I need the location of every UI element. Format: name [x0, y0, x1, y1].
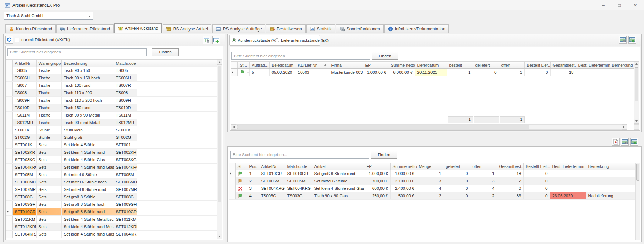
column-header-menge[interactable]: Menge [417, 163, 444, 170]
scroll-down-button[interactable] [634, 119, 639, 124]
radio-kundenrueckstaende[interactable]: Kundenrückstände (VK) [232, 38, 279, 42]
orders-table-hscrollbar[interactable] [231, 124, 627, 130]
table-row[interactable]: SET003KGSetsSet klein 4 Stühle GlasSET00… [6, 156, 218, 164]
column-header-bestellt-lief-[interactable]: Bestellt Lief... [524, 62, 550, 69]
grid-export-button[interactable] [212, 36, 220, 44]
grid-export-button[interactable] [628, 36, 636, 44]
scroll-right-button[interactable] [622, 124, 627, 130]
column-header-bestellt-lief-[interactable]: Bestellt Lief... [523, 163, 550, 170]
table-row[interactable]: TS005TischeTisch 90 x 150TS005 [6, 67, 218, 74]
column-header-gesamtbest-[interactable]: Gesamtbest... [550, 62, 576, 69]
table-row[interactable]: TS008TischeTisch 110 x 200TS008 [6, 89, 218, 97]
table-row[interactable]: SET005MSetsSet mittel 6 StühleSET005M [6, 171, 218, 178]
column-header-bemerkung[interactable]: Bemerkung [586, 163, 636, 170]
column-header-artikelnr[interactable]: ArtikelNr [12, 60, 36, 67]
scrollbar-thumb[interactable] [237, 125, 529, 129]
tab-bestellwesen[interactable]: Bestellwesen [266, 24, 306, 33]
tab-info-lizenz-dokumentation[interactable]: ?Info/Lizenz/Dokumentation [384, 24, 449, 33]
column-header-offen[interactable]: offen [499, 62, 524, 69]
orders-search-input[interactable] [231, 52, 370, 60]
table-row[interactable]: 505.03.202010003Musterkunde 0031.000,00 … [231, 69, 635, 76]
grid-export-button[interactable] [630, 138, 638, 146]
filter-checkbox[interactable] [15, 38, 19, 42]
column-header-bemerkung[interactable]: Bemerkung [610, 62, 635, 69]
scroll-up-button[interactable] [634, 61, 639, 66]
grid-settings-button[interactable] [619, 36, 627, 44]
table-row[interactable]: SET009GHSetsSet groß 8 Stühle hochSET009… [6, 201, 218, 208]
table-row[interactable]: SET002KRSetsSet klein 4 Stühle rundSET00… [6, 149, 218, 156]
refresh-button[interactable] [5, 36, 13, 44]
tab-kunden-r-ckstand[interactable]: Kunden-Rückstand [5, 24, 56, 33]
column-header-bestellt[interactable]: bestellt [447, 62, 473, 69]
column-header-matchcode[interactable]: Matchcode [114, 60, 137, 67]
column-header-offen[interactable]: offen [470, 163, 497, 170]
table-row[interactable]: ST001KStühleStuhl kleinST001K [6, 126, 218, 134]
table-row[interactable]: SET006MHSetsSet mittel 6 Stühle hochSET0… [6, 178, 218, 186]
positions-search-input[interactable] [230, 151, 369, 159]
articles-find-button[interactable]: Finden [152, 48, 179, 56]
table-row[interactable]: 3SET004KRGSET004KRGSet klein 4 Stühle ru… [229, 185, 636, 192]
positions-table-vscrollbar[interactable] [635, 163, 640, 240]
column-header-geliefert[interactable]: geliefert [444, 163, 470, 170]
table-row[interactable]: 2SET005MSET005MSet mittel 6 Stühle700,00… [229, 177, 636, 185]
scrollbar-thumb[interactable] [218, 66, 221, 202]
table-row[interactable]: SET007MRSetsSet mittel 6 Stühle rundSET0… [6, 186, 218, 193]
tab-statistik[interactable]: Statistik [306, 24, 335, 33]
scrollbar-thumb[interactable] [635, 67, 638, 101]
column-header-best-liefertermin[interactable]: Best. Liefertermin [550, 163, 586, 170]
column-header-matchcode[interactable]: Matchcode [285, 163, 312, 170]
table-row[interactable]: SET004KRGSetsSet klein 4 Stühle rund Gla… [6, 164, 218, 171]
column-header-artikelnr[interactable]: ArtikelNr [259, 163, 285, 170]
column-header-belegdatum[interactable]: Belegdatum [269, 62, 296, 69]
column-header-summe-netto[interactable]: Summe netto [389, 62, 415, 69]
column-header-auftrag-[interactable]: Auftrag... [249, 62, 269, 69]
articles-table-vscrollbar[interactable] [217, 59, 222, 239]
positions-find-button[interactable]: Finden [371, 151, 397, 159]
column-header-lieferdatum[interactable]: Lieferdatum [415, 62, 447, 69]
tab-rs-analyse-auftr-ge[interactable]: RS Analyse Aufträge [212, 24, 265, 33]
table-row[interactable]: SET011KMSetsSet klein 4 Stühle Metalltis… [6, 216, 218, 223]
scrollbar-thumb[interactable] [636, 164, 639, 181]
column-header-gesamtbest-[interactable]: Gesamtbest... [497, 163, 523, 170]
column-header-summe-netto[interactable]: Summe netto [390, 163, 417, 170]
column-header-geliefert[interactable]: geliefert [473, 62, 499, 69]
scroll-up-button[interactable] [217, 59, 222, 65]
column-header-firma[interactable]: Firma [329, 62, 363, 69]
minimize-button[interactable]: – [595, 0, 611, 10]
grid-settings-button[interactable] [621, 138, 629, 146]
table-row[interactable]: TS006HTischeTisch 90 x 150 hochTS006H [6, 74, 218, 82]
table-row[interactable]: SET008GSetsSet groß 8 StühleSET008G [6, 193, 218, 201]
pdf-export-button[interactable]: A [612, 138, 620, 146]
table-row[interactable]: TS007TischeTisch 130 rundTS007R [6, 82, 218, 89]
tab-sonderfunktionen[interactable]: Sonderfunktionen [336, 24, 384, 33]
column-header-kd-lief-nr[interactable]: KD/Lief Nr [296, 62, 329, 69]
table-row[interactable]: 1SET010GRSET010GRSet groß 8 Stühle rund1… [229, 170, 636, 177]
maximize-button[interactable]: □ [611, 0, 627, 10]
column-header-warengruppe[interactable]: Warengruppe [36, 60, 61, 67]
tab-lieferanten-r-ckstand[interactable]: Lieferanten-Rückstand [56, 24, 114, 33]
tab-artikel-r-ckstand[interactable]: Artikel-Rückstand [114, 23, 162, 33]
orders-find-button[interactable]: Finden [372, 52, 398, 60]
table-row[interactable]: SET004KR...SetsSet klein 4 Stühle rund G… [6, 231, 218, 238]
status-dropdown-icon[interactable] [247, 72, 249, 73]
grid-settings-button[interactable] [203, 36, 210, 44]
column-header-ep[interactable]: EP [363, 62, 389, 69]
orders-table-vscrollbar[interactable] [634, 61, 639, 124]
table-row[interactable]: TS012MRTischeTisch 90 rund MetallTS012MR [6, 119, 218, 126]
table-row[interactable]: TS009HTischeTisch 110 x 200 hochTS009H [6, 97, 218, 104]
scroll-left-button[interactable] [231, 124, 236, 130]
close-button[interactable]: ✕ [627, 0, 643, 10]
table-row[interactable]: SET012KRMSetsSet klein 4 Stühle rund Met… [6, 223, 218, 231]
table-row[interactable]: 4TS003GTS003GTisch 90 x 90 Glas250,00 €5… [229, 192, 636, 200]
tab-rs-analyse-artikel[interactable]: RS Analyse Artikel [163, 24, 211, 33]
column-header-st-[interactable]: St... [235, 163, 247, 170]
table-row[interactable]: SET010GRSetsSet groß 8 Stühle rundSET010… [6, 208, 218, 216]
table-row[interactable]: TS011MTischeTisch 90 x 90 MetallTS011M [6, 112, 218, 119]
column-header-artikel[interactable]: Artikel [312, 163, 364, 170]
column-header-best-liefertermin[interactable]: Best. Liefertermin [576, 62, 610, 69]
column-header-st-[interactable]: St... [237, 62, 249, 69]
column-header-bezeichnung[interactable]: Bezeichnung [61, 60, 114, 67]
column-header-ep[interactable]: EP [364, 163, 390, 170]
scroll-down-button[interactable] [217, 234, 222, 239]
articles-search-input[interactable] [7, 48, 147, 56]
